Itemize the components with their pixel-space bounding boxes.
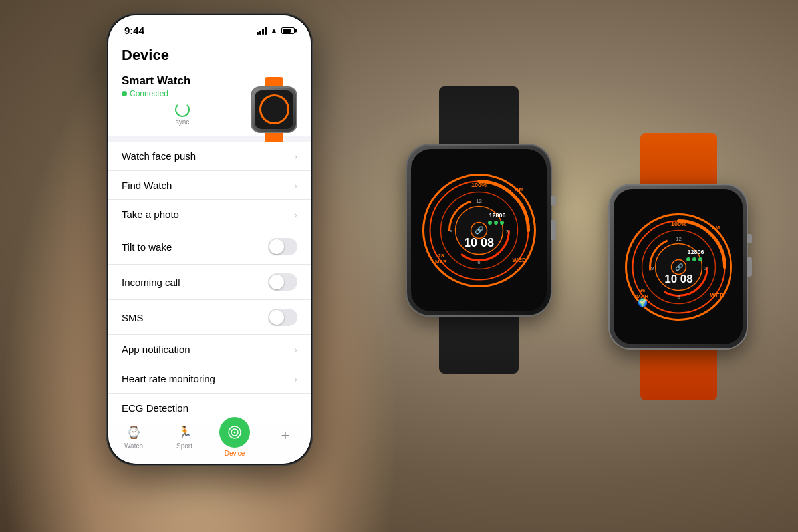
watch-button-orange-icon xyxy=(747,234,752,243)
connected-dot-icon xyxy=(122,91,127,96)
toggle-knob xyxy=(269,275,284,289)
svg-text:100%: 100% xyxy=(670,221,686,227)
tilt-to-wake-toggle[interactable] xyxy=(268,238,297,255)
tab-sport[interactable]: 🏃 Sport xyxy=(159,424,209,450)
tab-more[interactable]: + xyxy=(260,428,311,446)
svg-text:9: 9 xyxy=(650,265,654,271)
tab-watch[interactable]: ⌚ Watch xyxy=(108,424,159,450)
device-text: Smart Watch Connected sync xyxy=(122,74,243,126)
menu-item-label: Take a photo xyxy=(122,209,179,220)
sms-toggle[interactable] xyxy=(268,309,297,326)
sync-area[interactable]: sync xyxy=(122,102,243,126)
svg-text:AM: AM xyxy=(711,225,720,231)
watch-crown-icon xyxy=(551,220,556,240)
phone-frame: 9:44 ▲ Device xyxy=(106,13,313,466)
svg-text:🔗: 🔗 xyxy=(674,263,683,271)
watch-dial-orange: 100% AM 12806 10 08 26 MAR WED 🔗 12 3 6 … xyxy=(624,212,733,322)
watch-case-orange: 100% AM 12806 10 08 26 MAR WED 🔗 12 3 6 … xyxy=(608,184,748,350)
watch-crown-orange-icon xyxy=(747,257,752,277)
watch-face-orange: 100% AM 12806 10 08 26 MAR WED 🔗 12 3 6 … xyxy=(614,189,743,344)
phone-screen: 9:44 ▲ Device xyxy=(108,15,311,464)
watch-case-black: 100% AM 12806 10 08 28 MAR WED 🔗 xyxy=(406,144,552,317)
incoming-call-toggle[interactable] xyxy=(268,273,297,291)
menu-item-tilt-to-wake[interactable]: Tilt to wake xyxy=(108,229,311,265)
status-time: 9:44 xyxy=(124,25,144,36)
signal-bars-icon xyxy=(257,27,267,35)
menu-item-find-watch[interactable]: Find Watch › xyxy=(108,171,311,200)
svg-point-36 xyxy=(698,257,702,261)
tab-sport-label: Sport xyxy=(176,442,192,450)
svg-text:🌍: 🌍 xyxy=(637,297,647,307)
menu-item-take-photo[interactable]: Take a photo › xyxy=(108,200,311,229)
more-tab-icon: + xyxy=(277,428,293,444)
svg-text:MAR: MAR xyxy=(434,259,446,265)
tab-watch-label: Watch xyxy=(124,442,143,450)
svg-point-2 xyxy=(234,431,236,433)
watch-button-icon xyxy=(551,196,556,205)
watch-band-top-black xyxy=(439,86,519,146)
watch-thumb-image xyxy=(251,86,297,133)
svg-point-14 xyxy=(500,221,504,225)
device-info: Smart Watch Connected sync xyxy=(108,64,311,136)
svg-text:100%: 100% xyxy=(471,182,486,188)
chevron-right-icon: › xyxy=(294,151,297,162)
phone-wrapper: 9:44 ▲ Device xyxy=(106,13,313,466)
menu-item-heart-rate[interactable]: Heart rate monitoring › xyxy=(108,364,311,394)
svg-text:12: 12 xyxy=(476,198,482,204)
svg-point-12 xyxy=(488,221,492,225)
wifi-icon: ▲ xyxy=(270,26,278,35)
status-bar: 9:44 ▲ xyxy=(108,15,311,39)
toggle-knob xyxy=(269,239,284,254)
sync-label: sync xyxy=(176,118,190,126)
menu-item-incoming-call[interactable]: Incoming call xyxy=(108,265,311,300)
menu-item-label: Heart rate monitoring xyxy=(122,373,215,384)
svg-text:6: 6 xyxy=(677,294,680,300)
chevron-right-icon: › xyxy=(294,374,297,384)
chevron-right-icon: › xyxy=(294,180,297,191)
connected-status: Connected xyxy=(130,89,168,98)
chevron-right-icon: › xyxy=(294,344,297,355)
svg-text:12806: 12806 xyxy=(489,212,505,219)
svg-text:9: 9 xyxy=(449,229,452,235)
watch-black: 100% AM 12806 10 08 28 MAR WED 🔗 xyxy=(386,86,572,339)
menu-item-app-notification[interactable]: App notification › xyxy=(108,335,311,364)
watch-band-bottom-black xyxy=(439,314,519,374)
connected-badge: Connected xyxy=(122,89,243,98)
device-tab-icon xyxy=(219,417,250,448)
menu-item-label: Watch face push xyxy=(122,150,196,162)
watch-orange: 100% AM 12806 10 08 26 MAR WED 🔗 12 3 6 … xyxy=(592,133,765,372)
watch-thumb-dial xyxy=(259,94,289,124)
svg-text:WED: WED xyxy=(710,292,724,299)
watch-band-top-orange xyxy=(640,133,717,186)
menu-item-label: ECG Detection xyxy=(122,402,188,414)
menu-item-watch-face-push[interactable]: Watch face push › xyxy=(108,142,311,171)
tab-device-label: Device xyxy=(225,450,245,457)
svg-text:12806: 12806 xyxy=(687,249,704,255)
battery-icon xyxy=(281,27,295,34)
svg-text:12: 12 xyxy=(676,236,682,242)
svg-text:28: 28 xyxy=(438,253,444,259)
sport-tab-icon: 🏃 xyxy=(176,424,192,440)
svg-text:26: 26 xyxy=(639,287,645,293)
svg-text:3: 3 xyxy=(704,265,707,271)
svg-text:6: 6 xyxy=(477,259,481,265)
watch-thumb-face xyxy=(255,90,293,129)
watch-dial-black: 100% AM 12806 10 08 28 MAR WED 🔗 xyxy=(421,172,537,289)
tab-device[interactable]: Device xyxy=(209,417,260,457)
toggle-knob xyxy=(269,310,284,325)
status-icons: ▲ xyxy=(257,26,295,35)
tab-bar: ⌚ Watch 🏃 Sport Device xyxy=(108,416,311,464)
watch-band-bottom-orange xyxy=(640,347,717,400)
menu-item-sms[interactable]: SMS xyxy=(108,300,311,335)
watch-tab-icon: ⌚ xyxy=(126,424,142,440)
device-name: Smart Watch xyxy=(122,74,243,88)
menu-list: Watch face push › Find Watch › Take a ph… xyxy=(108,142,311,423)
page-title: Device xyxy=(108,39,311,64)
menu-item-label: SMS xyxy=(122,312,144,323)
chevron-right-icon: › xyxy=(294,209,297,220)
watch-face-black: 100% AM 12806 10 08 28 MAR WED 🔗 xyxy=(411,149,547,311)
menu-item-label: App notification xyxy=(122,344,190,355)
svg-point-13 xyxy=(494,221,498,225)
watch-thumbnail xyxy=(251,77,297,124)
svg-text:3: 3 xyxy=(505,229,509,235)
